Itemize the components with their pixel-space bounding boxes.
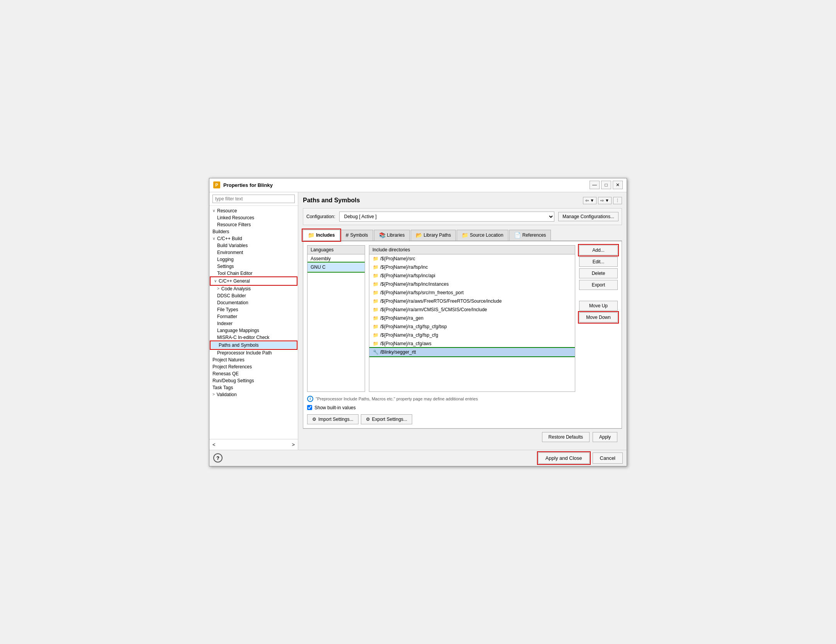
include-folder-icon: 📁: [372, 290, 379, 296]
move-up-button[interactable]: Move Up: [579, 301, 618, 311]
sidebar-item-label: Logging: [217, 257, 234, 262]
include-special-icon: 🔧: [372, 349, 379, 355]
restore-defaults-button[interactable]: Restore Defaults: [542, 432, 590, 442]
sidebar-item-builders[interactable]: Builders: [209, 228, 298, 235]
sidebar-item-paths-and-symbols[interactable]: Paths and Symbols: [211, 342, 296, 349]
sidebar-item-label: Tool Chain Editor: [217, 271, 252, 276]
sidebar-item-documentation[interactable]: Documentation: [209, 299, 298, 306]
sidebar-item-cpp-general[interactable]: ∨ C/C++ General: [211, 278, 296, 285]
menu-button[interactable]: ⋮: [613, 197, 622, 204]
sidebar-item-label: Run/Debug Settings: [212, 378, 254, 383]
title-bar: P Properties for Blinky — □ ✕: [209, 178, 627, 192]
manage-configurations-button[interactable]: Manage Configurations...: [558, 212, 619, 221]
export-settings-button[interactable]: ⚙ Export Settings...: [361, 414, 412, 424]
sidebar-item-label: Build Variables: [217, 243, 248, 248]
sidebar-item-project-natures[interactable]: Project Natures: [209, 356, 298, 363]
sidebar-item-language-mappings[interactable]: Language Mappings: [209, 327, 298, 334]
include-path: /${ProjName}/ra/fsp/inc: [380, 264, 428, 270]
sidebar-item-label: Paths and Symbols: [219, 342, 258, 348]
sidebar-item-environment[interactable]: Environment: [209, 249, 298, 256]
include-item-12-segger[interactable]: 🔧 /Blinky/segger_rtt: [369, 348, 575, 356]
include-dirs-header: Include directories: [369, 246, 575, 254]
include-item-1[interactable]: 📁 /${ProjName}/src: [369, 254, 575, 263]
sidebar-item-renesas-qe[interactable]: Renesas QE: [209, 370, 298, 377]
sidebar-item-code-analysis[interactable]: > Code Analysis: [209, 285, 298, 292]
main-header: Paths and Symbols ⇦ ▼ ⇨ ▼ ⋮: [303, 197, 622, 204]
sidebar-item-resource-filters[interactable]: Resource Filters: [209, 221, 298, 228]
import-settings-button[interactable]: ⚙ Import Settings...: [307, 414, 359, 424]
language-item-gnu-c[interactable]: GNU C: [308, 263, 365, 271]
tab-symbols[interactable]: # Symbols: [341, 230, 373, 241]
sidebar-item-label: Resource Filters: [217, 222, 251, 227]
bottom-bar: Restore Defaults Apply: [303, 429, 622, 445]
sidebar-item-logging[interactable]: Logging: [209, 256, 298, 263]
sidebar-item-label: Linked Resources: [217, 215, 254, 220]
tab-libraries[interactable]: 📚 Libraries: [374, 230, 410, 241]
sidebar-item-label: Validation: [217, 392, 237, 397]
sidebar-item-resource[interactable]: ∨ Resource: [209, 207, 298, 214]
include-path: /Blinky/segger_rtt: [380, 349, 416, 355]
minimize-button[interactable]: —: [590, 181, 600, 189]
tab-includes[interactable]: 📁 Includes: [303, 230, 340, 241]
sidebar-item-misra[interactable]: MISRA-C In-editor Check: [209, 334, 298, 341]
export-label: Export Settings...: [372, 417, 407, 422]
include-item-7[interactable]: 📁 /${ProjName}/ra/arm/CMSIS_5/CMSIS/Core…: [369, 305, 575, 314]
arrow-icon: >: [212, 392, 215, 397]
search-input[interactable]: [212, 195, 295, 203]
sidebar-item-file-types[interactable]: File Types: [209, 306, 298, 313]
tab-references[interactable]: 📄 References: [509, 230, 551, 241]
close-button[interactable]: ✕: [613, 181, 623, 189]
help-button[interactable]: ?: [213, 453, 223, 463]
export-button[interactable]: Export: [579, 280, 618, 290]
edit-button[interactable]: Edit...: [579, 257, 618, 267]
include-path: /${ProjName}/ra/fsp/inc/api: [380, 273, 435, 278]
footer-actions: Apply and Close Cancel: [538, 452, 623, 464]
add-button[interactable]: Add...: [579, 245, 618, 255]
include-item-4[interactable]: 📁 /${ProjName}/ra/fsp/inc/instances: [369, 280, 575, 288]
sidebar-item-cpp-build[interactable]: ∨ C/C++ Build: [209, 235, 298, 242]
sidebar-item-formatter[interactable]: Formatter: [209, 313, 298, 320]
sidebar-item-label: Documentation: [217, 300, 248, 305]
maximize-button[interactable]: □: [601, 181, 611, 189]
side-buttons: Add... Edit... Delete Export Move Up Mov…: [579, 245, 618, 392]
configuration-select[interactable]: Debug [ Active ]: [339, 212, 554, 222]
sidebar-item-build-variables[interactable]: Build Variables: [209, 242, 298, 249]
include-item-5[interactable]: 📁 /${ProjName}/ra/fsp/src/rm_freertos_po…: [369, 288, 575, 297]
sidebar-item-tool-chain-editor[interactable]: Tool Chain Editor: [209, 270, 298, 277]
language-item-assembly[interactable]: Assembly: [308, 254, 365, 263]
sidebar-item-preprocessor[interactable]: Preprocessor Include Path: [209, 349, 298, 356]
include-item-11[interactable]: 📁 /${ProjName}/ra_cfg/aws: [369, 339, 575, 348]
include-folder-icon: 📁: [372, 298, 379, 304]
sidebar-item-settings[interactable]: Settings: [209, 263, 298, 270]
forward-button[interactable]: ⇨ ▼: [598, 197, 612, 204]
include-item-10[interactable]: 📁 /${ProjName}/ra_cfg/fsp_cfg: [369, 331, 575, 339]
sidebar-item-task-tags[interactable]: Task Tags: [209, 384, 298, 391]
languages-pane: Languages Assembly GNU C: [307, 245, 365, 392]
include-item-3[interactable]: 📁 /${ProjName}/ra/fsp/inc/api: [369, 271, 575, 280]
sidebar-item-label: Renesas QE: [212, 371, 239, 376]
include-item-2[interactable]: 📁 /${ProjName}/ra/fsp/inc: [369, 263, 575, 271]
library-paths-tab-icon: 📂: [416, 232, 422, 238]
include-path: /${ProjName}/ra_cfg/aws: [380, 341, 432, 346]
properties-window: P Properties for Blinky — □ ✕ ∨ Resource…: [209, 178, 627, 466]
sidebar-item-validation[interactable]: > Validation: [209, 391, 298, 398]
tab-library-paths[interactable]: 📂 Library Paths: [411, 230, 456, 241]
sidebar-item-ddsc-builder[interactable]: DDSC Builder: [209, 292, 298, 299]
delete-button[interactable]: Delete: [579, 268, 618, 278]
back-button[interactable]: ⇦ ▼: [583, 197, 596, 204]
apply-and-close-button[interactable]: Apply and Close: [538, 452, 590, 464]
include-item-6[interactable]: 📁 /${ProjName}/ra/aws/FreeRTOS/FreeRTOS/…: [369, 297, 575, 305]
sidebar-item-label: Project Natures: [212, 357, 245, 363]
cancel-button[interactable]: Cancel: [593, 452, 623, 464]
apply-button[interactable]: Apply: [593, 432, 617, 442]
sidebar-item-run-debug[interactable]: Run/Debug Settings: [209, 377, 298, 384]
sidebar-item-project-references[interactable]: Project References: [209, 363, 298, 370]
include-folder-icon: 📁: [372, 341, 379, 347]
include-item-8[interactable]: 📁 /${ProjName}/ra_gen: [369, 314, 575, 322]
sidebar-item-indexer[interactable]: Indexer: [209, 320, 298, 327]
show-builtin-checkbox[interactable]: [307, 405, 312, 410]
move-down-button[interactable]: Move Down: [579, 312, 618, 322]
sidebar-item-linked-resources[interactable]: Linked Resources: [209, 214, 298, 221]
tab-source-location[interactable]: 📁 Source Location: [457, 230, 508, 241]
include-item-9[interactable]: 📁 /${ProjName}/ra_cfg/fsp_cfg/bsp: [369, 322, 575, 331]
